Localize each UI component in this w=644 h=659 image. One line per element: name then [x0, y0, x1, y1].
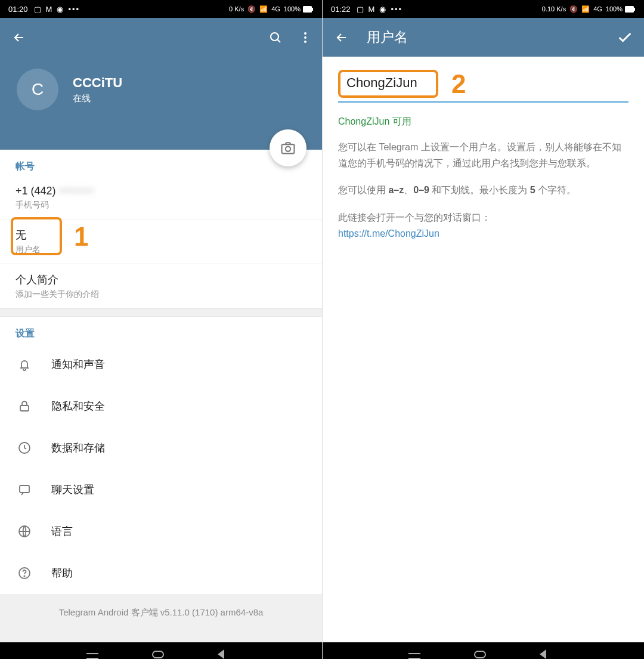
search-icon[interactable] [268, 30, 283, 45]
mute-icon: 🔇 [247, 5, 256, 13]
globe-icon [16, 522, 33, 540]
svg-rect-6 [282, 144, 295, 153]
username-desc-1: 您可以在 Telegram 上设置一个用户名。设置后，别人将能够在不知道您的手机… [338, 139, 628, 171]
svg-rect-0 [303, 6, 312, 13]
left-phone: 01:20 ▢ M ◉ ••• 0 K/s 🔇 📶 4G 100% [0, 0, 322, 659]
avatar[interactable]: C [17, 69, 58, 110]
more-status-icon: ••• [68, 5, 80, 14]
nav-home-icon[interactable] [474, 651, 486, 658]
profile-header-bar [0, 18, 322, 57]
svg-rect-15 [634, 8, 635, 11]
svg-point-4 [304, 36, 306, 39]
mail-icon: M [46, 5, 52, 14]
speed-indicator: 0.10 K/s [542, 5, 566, 13]
svg-rect-1 [312, 8, 313, 11]
online-status: 在线 [73, 93, 122, 104]
username-form: 2 ChongZiJun 可用 您可以在 Telegram 上设置一个用户名。设… [323, 57, 644, 255]
wifi-icon: 📶 [259, 5, 268, 13]
nav-home-icon[interactable] [152, 651, 164, 658]
username-available-text: ChongZiJun 可用 [338, 116, 628, 128]
username-value: 无 [16, 228, 306, 242]
page-title: 用户名 [367, 28, 408, 47]
version-footer: Telegram Android 客户端 v5.11.0 (1710) arm6… [0, 594, 322, 642]
image-icon: ▢ [34, 5, 41, 14]
phone-label: 手机号码 [16, 200, 306, 211]
svg-rect-14 [625, 6, 634, 13]
svg-rect-10 [20, 485, 29, 493]
android-navbar [323, 642, 644, 659]
chat-icon [16, 481, 33, 499]
back-icon[interactable] [12, 30, 26, 45]
profile-block: C CCCiTU 在线 [0, 57, 322, 150]
lock-icon [16, 397, 33, 415]
annotation-number-1: 1 [74, 222, 88, 252]
camera-fab[interactable] [270, 129, 306, 166]
battery-indicator: 100% [284, 5, 314, 13]
status-left-icons: ▢ M ◉ ••• [34, 5, 80, 14]
android-navbar [0, 642, 322, 659]
link-intro: 此链接会打开一个与您的对话窗口： [338, 212, 491, 222]
confirm-check-icon[interactable] [617, 29, 633, 46]
bio-value: 个人简介 [16, 273, 306, 287]
settings-section-title: 设置 [0, 317, 322, 344]
settings-row-chat[interactable]: 聊天设置 [0, 469, 322, 511]
clock-icon [16, 439, 33, 457]
profile-name: CCCiTU [73, 75, 122, 91]
status-time: 01:22 [331, 5, 351, 14]
username-input[interactable] [346, 75, 430, 91]
section-divider [0, 308, 322, 317]
svg-point-2 [271, 33, 278, 41]
status-right-icons: 0 K/s 🔇 📶 4G 100% [229, 5, 314, 13]
svg-point-5 [304, 41, 306, 43]
bio-row[interactable]: 个人简介 添加一些关于你的介绍 [0, 264, 322, 308]
more-status-icon: ••• [391, 5, 402, 14]
signal-4g: 4G [593, 5, 602, 13]
status-bar: 01:22 ▢ M ◉ ••• 0.10 K/s 🔇 📶 4G 100% [323, 0, 644, 18]
speed-indicator: 0 K/s [229, 5, 244, 13]
settings-row-language[interactable]: 语言 [0, 511, 322, 552]
phone-hidden: •••••••• [60, 185, 94, 197]
settings-row-privacy[interactable]: 隐私和安全 [0, 385, 322, 427]
more-menu-icon[interactable] [299, 30, 311, 45]
phone-prefix: +1 (442) [16, 185, 56, 197]
svg-point-13 [24, 576, 24, 576]
annotation-number-2: 2 [451, 71, 466, 97]
settings-row-data[interactable]: 数据和存储 [0, 427, 322, 469]
nav-back-icon[interactable] [218, 649, 224, 659]
mute-icon: 🔇 [569, 5, 578, 13]
username-row[interactable]: 无 用户名 [0, 219, 322, 264]
username-link[interactable]: https://t.me/ChongZiJun [338, 228, 439, 239]
username-header-bar: 用户名 [323, 18, 644, 57]
nav-back-icon[interactable] [540, 649, 546, 659]
bio-label: 添加一些关于你的介绍 [16, 289, 306, 300]
status-left-icons: ▢ M ◉ ••• [357, 5, 403, 14]
svg-point-7 [286, 147, 290, 151]
signal-4g: 4G [271, 5, 280, 13]
svg-rect-8 [20, 406, 29, 411]
status-bar: 01:20 ▢ M ◉ ••• 0 K/s 🔇 📶 4G 100% [0, 0, 322, 18]
back-icon[interactable] [335, 30, 349, 45]
chat-status-icon: ◉ [379, 5, 386, 14]
help-icon [16, 564, 33, 582]
annotation-box-2 [338, 70, 438, 98]
wifi-icon: 📶 [581, 5, 590, 13]
image-icon: ▢ [357, 5, 364, 14]
bell-icon [16, 355, 33, 373]
username-label: 用户名 [16, 245, 306, 255]
username-desc-2: 您可以使用 a–z、0–9 和下划线。最小长度为 5 个字符。 [338, 182, 628, 198]
settings-row-notifications[interactable]: 通知和声音 [0, 344, 322, 385]
battery-indicator: 100% [606, 5, 636, 13]
right-phone: 01:22 ▢ M ◉ ••• 0.10 K/s 🔇 📶 4G 100% 用户名 [322, 0, 644, 659]
settings-row-help[interactable]: 帮助 [0, 552, 322, 594]
status-time: 01:20 [8, 5, 28, 14]
phone-row[interactable]: +1 (442) •••••••• 手机号码 [0, 177, 322, 219]
username-link-block: 此链接会打开一个与您的对话窗口： https://t.me/ChongZiJun [338, 209, 628, 242]
svg-point-3 [304, 32, 306, 35]
input-underline [338, 101, 628, 103]
status-right-icons: 0.10 K/s 🔇 📶 4G 100% [542, 5, 636, 13]
mail-icon: M [369, 5, 375, 14]
chat-status-icon: ◉ [57, 5, 63, 14]
